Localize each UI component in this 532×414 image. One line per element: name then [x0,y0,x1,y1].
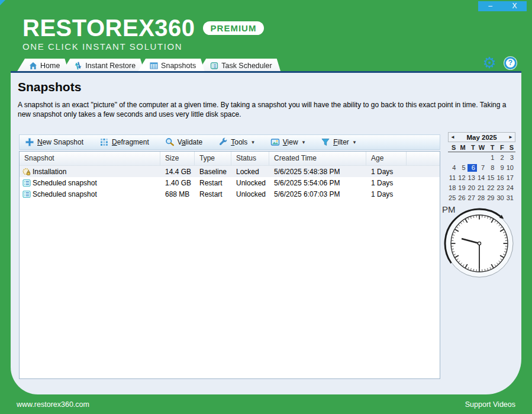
calendar-day-20[interactable]: 20 [467,184,477,192]
calendar-day-2[interactable]: 2 [496,154,505,162]
calendar-day-25[interactable]: 25 [448,194,457,202]
column-header-snapshot[interactable]: Snapshot [20,152,160,165]
scheduled-snapshot-icon [22,179,31,187]
calendar-day-18[interactable]: 18 [448,184,457,192]
column-header-type[interactable]: Type [195,152,231,165]
calendar-day-24[interactable]: 24 [506,184,515,192]
calendar-day-1[interactable]: 1 [486,154,496,162]
calendar-day-27[interactable]: 27 [467,194,477,202]
calendar-day-empty [467,154,477,162]
page-title: Snapshots [18,80,81,94]
calendar-day-26[interactable]: 26 [457,194,467,202]
snapshot-name: Scheduled snapshot [33,190,97,198]
calendar-day-11[interactable]: 11 [448,174,457,182]
defragment-icon [99,137,109,147]
tab-task-scheduler[interactable]: Task Scheduler [198,59,280,72]
calendar-day-13[interactable]: 13 [467,174,477,182]
meridiem-label: PM [442,204,456,214]
snapshot-age: 1 Days [366,190,407,198]
calendar-day-5[interactable]: 5 [457,164,467,172]
brand-tagline: ONE CLICK INSTANT SOLUTION [22,41,264,52]
calendar-day-21[interactable]: 21 [477,184,486,192]
validate-button[interactable]: Validate [165,137,203,147]
snapshots-icon [150,62,158,70]
close-button[interactable]: X [502,1,527,11]
calendar-day-6[interactable]: 6 [467,164,477,172]
help-icon[interactable]: ? [504,57,517,69]
calendar-day-7[interactable]: 7 [477,164,486,172]
calendar-day-15[interactable]: 15 [486,174,496,182]
snapshot-name: Installation [33,168,66,176]
new-snapshot-button[interactable]: New Snapshot [25,137,83,147]
column-header-created-time[interactable]: Created Time [269,152,366,165]
table-row[interactable]: Installation14.4 GBBaselineLocked5/6/202… [20,166,440,177]
calendar-day-19[interactable]: 19 [457,184,467,192]
scheduled-snapshot-icon [22,190,31,198]
weekday-label: F [496,144,505,151]
toolbar: New SnapshotDefragmentValidateTools▾View… [19,134,440,150]
column-header-blank[interactable] [407,152,440,165]
calendar-day-29[interactable]: 29 [486,194,496,202]
brand-logo: RESTOREX360 PREMIUM ONE CLICK INSTANT SO… [22,16,264,52]
calendar-day-16[interactable]: 16 [496,174,505,182]
magnifier-icon [165,137,175,147]
chevron-down-icon: ▾ [353,139,356,145]
filter-button[interactable]: Filter▾ [321,137,356,147]
calendar-day-22[interactable]: 22 [486,184,496,192]
column-header-status[interactable]: Status [231,152,269,165]
calendar-day-4[interactable]: 4 [448,164,457,172]
calendar-day-3[interactable]: 3 [506,154,515,162]
snapshot-created-time: 5/6/2025 5:54:06 PM [269,179,366,187]
support-videos-link[interactable]: Support Videos [465,400,515,409]
table-row[interactable]: Scheduled snapshot1.40 GBRestartUnlocked… [20,177,440,188]
snapshot-size: 14.4 GB [160,168,195,176]
view-icon [270,137,280,147]
snapshot-type: Restart [195,190,231,198]
table-body: Installation14.4 GBBaselineLocked5/6/202… [20,166,440,200]
calendar-day-31[interactable]: 31 [506,194,515,202]
gear-icon[interactable]: ⚙ [483,56,496,70]
column-header-age[interactable]: Age [366,152,407,165]
tab-bar: HomeInstant RestoreSnapshotsTask Schedul… [17,59,281,72]
calendar-day-empty [457,154,467,162]
calendar-day-23[interactable]: 23 [496,184,505,192]
calendar-day-30[interactable]: 30 [496,194,505,202]
minimize-button[interactable]: – [478,1,502,11]
table-row[interactable]: Scheduled snapshot688 MBRestartUnlocked5… [20,188,440,200]
calendar-prev-button[interactable]: ◄ [450,134,455,140]
installation-snapshot-icon [22,168,31,176]
column-header-size[interactable]: Size [160,152,195,165]
calendar-day-28[interactable]: 28 [477,194,486,202]
clock-center-cap [478,242,481,245]
tab-instant-restore[interactable]: Instant Restore [62,59,144,72]
instant-restore-icon [74,62,82,70]
footer: www.restorex360.com Support Videos [0,394,532,414]
calendar-day-17[interactable]: 17 [506,174,515,182]
weekday-label: S [506,144,515,151]
calendar-header: ◄ May 2025 ► [448,132,515,142]
calendar-day-14[interactable]: 14 [477,174,486,182]
calendar-day-empty [448,154,457,162]
weekday-label: M [457,144,467,151]
tab-snapshots[interactable]: Snapshots [137,59,205,72]
page-description: A snapshot is an exact "picture" of the … [18,101,514,119]
tools-button[interactable]: Tools▾ [218,137,254,147]
calendar-day-9[interactable]: 9 [496,164,505,172]
website-link[interactable]: www.restorex360.com [17,400,89,409]
view-button[interactable]: View▾ [270,137,305,147]
tab-home[interactable]: Home [17,59,69,72]
weekday-label: S [448,144,457,151]
defragment-button[interactable]: Defragment [99,137,149,147]
snapshot-status: Unlocked [231,179,269,187]
snapshot-size: 688 MB [160,190,195,198]
calendar-day-8[interactable]: 8 [486,164,496,172]
quick-icons: ⚙ ? [483,56,517,70]
calendar: ◄ May 2025 ► SMTWTFS 1234567891011121314… [448,132,515,202]
chevron-down-icon: ▾ [302,139,305,145]
calendar-next-button[interactable]: ► [508,134,513,140]
snapshot-created-time: 5/6/2025 5:48:38 PM [269,168,366,176]
snapshot-created-time: 5/6/2025 6:07:03 PM [269,190,366,198]
calendar-day-10[interactable]: 10 [506,164,515,172]
calendar-day-12[interactable]: 12 [457,174,467,182]
tab-label: Snapshots [161,62,196,70]
